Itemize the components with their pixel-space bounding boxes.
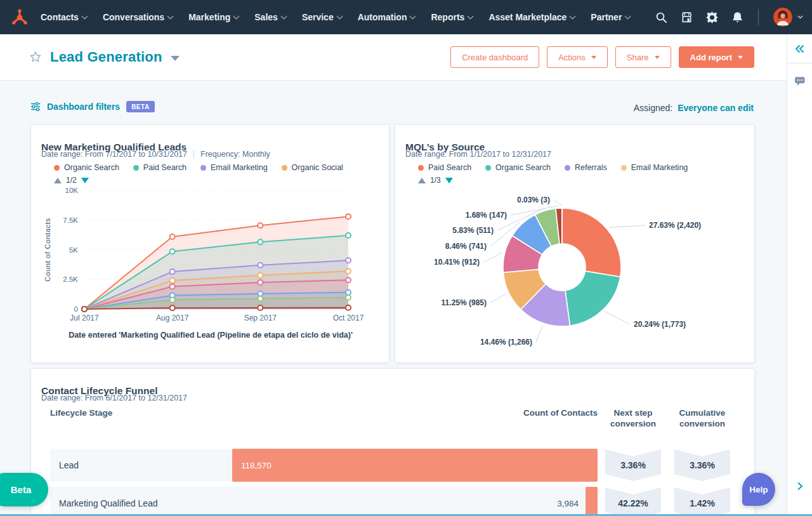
nav-item-sales[interactable]: Sales	[254, 12, 286, 22]
slice-label: 5.83% (511)	[452, 226, 494, 235]
add-report-button[interactable]: Add report	[679, 46, 754, 68]
data-point-marker[interactable]	[258, 223, 263, 228]
data-point-marker[interactable]	[258, 305, 263, 310]
filter-sliders-icon	[30, 102, 41, 112]
data-point-marker[interactable]	[170, 297, 175, 302]
donut-chart: 27.63% (2,420)20.24% (1,773)14.46% (1,26…	[405, 186, 745, 356]
data-point-marker[interactable]	[346, 258, 351, 263]
legend-item[interactable]: Email Marketing	[621, 163, 688, 172]
next-step-conversion-badge: 3.36%	[605, 449, 661, 481]
avatar	[773, 8, 792, 27]
slice-leader-line	[554, 200, 562, 206]
y-axis-title: Count of Contacts	[44, 218, 51, 282]
y-axis-tick-label: 2.5K	[63, 275, 78, 283]
funnel-bar-area: 118,570	[232, 449, 598, 482]
data-point-marker[interactable]	[170, 284, 175, 289]
comments-button[interactable]	[787, 75, 812, 87]
bell-icon	[731, 11, 743, 23]
cumulative-conversion-badge: 3.36%	[674, 449, 730, 481]
legend-item[interactable]: Organic Search	[485, 163, 551, 172]
legend-item[interactable]: Paid Search	[133, 163, 187, 172]
legend-item[interactable]: Organic Search	[54, 163, 119, 172]
y-axis-tick-label: 7.5K	[63, 216, 78, 224]
data-point-marker[interactable]	[346, 277, 351, 282]
data-point-marker[interactable]	[258, 280, 263, 285]
data-point-marker[interactable]	[82, 307, 87, 312]
nav-item-contacts[interactable]: Contacts	[41, 12, 87, 22]
legend-label: Referrals	[575, 163, 607, 172]
actions-button[interactable]: Actions	[547, 46, 608, 68]
favorite-star-icon[interactable]	[29, 51, 42, 63]
funnel-bar[interactable]: 118,570	[232, 449, 598, 482]
settings-button[interactable]	[706, 11, 718, 23]
nav-item-asset-marketplace[interactable]: Asset Marketplace	[488, 12, 575, 22]
dashboard-switcher-caret-icon[interactable]	[171, 56, 180, 61]
legend-page-up-icon[interactable]	[418, 178, 426, 183]
data-point-marker[interactable]	[258, 296, 263, 301]
chart-legend: Organic SearchPaid SearchEmail Marketing…	[54, 163, 343, 172]
legend-dot-icon	[200, 165, 206, 171]
y-axis-tick-label: 5K	[69, 246, 78, 254]
nav-item-marketing[interactable]: Marketing	[188, 12, 239, 22]
legend-item[interactable]: Email Marketing	[200, 163, 268, 172]
cumulative-conversion-badge: 1.42%	[674, 487, 730, 516]
data-point-marker[interactable]	[346, 268, 351, 274]
legend-page-down-icon[interactable]	[445, 178, 453, 183]
data-point-marker[interactable]	[346, 295, 351, 300]
data-point-marker[interactable]	[170, 234, 175, 239]
donut-slice[interactable]	[562, 208, 621, 277]
legend-page-indicator: 1/3	[430, 176, 441, 185]
search-button[interactable]	[655, 11, 667, 23]
page-title[interactable]: Lead Generation	[50, 49, 162, 65]
notifications-button[interactable]	[731, 11, 743, 23]
share-button[interactable]: Share	[615, 46, 671, 68]
data-point-marker[interactable]	[258, 273, 263, 278]
beta-badge: BETA	[126, 101, 154, 112]
data-point-marker[interactable]	[170, 305, 175, 310]
data-point-marker[interactable]	[346, 214, 351, 219]
data-point-marker[interactable]	[258, 291, 263, 296]
funnel-bar-area: 3,984	[232, 487, 598, 516]
legend-item[interactable]: Referrals	[565, 163, 607, 172]
legend-label: Organic Search	[64, 163, 119, 172]
area-line-chart: 02.5K5K7.5K10KJul 2017Aug 2017Sep 2017Oc…	[41, 182, 380, 328]
data-point-marker[interactable]	[170, 278, 175, 283]
column-header-lifecycle-stage: Lifecycle Stage	[50, 408, 112, 419]
data-point-marker[interactable]	[346, 290, 351, 295]
data-point-marker[interactable]	[258, 263, 263, 268]
data-point-marker[interactable]	[170, 269, 175, 274]
column-header-count: Count of Contacts	[471, 408, 598, 419]
nav-item-reports[interactable]: Reports	[431, 12, 473, 22]
hubspot-logo[interactable]	[9, 6, 30, 28]
frequency: Frequency: Monthly	[200, 150, 270, 159]
collapse-panel-button[interactable]	[787, 34, 812, 63]
data-point-marker[interactable]	[346, 233, 351, 238]
slice-label: 1.68% (147)	[466, 211, 507, 220]
create-dashboard-button[interactable]: Create dashboard	[450, 46, 539, 68]
account-menu[interactable]	[773, 8, 803, 27]
legend-item[interactable]: Organic Social	[282, 163, 343, 172]
nav-item-automation[interactable]: Automation	[358, 12, 416, 22]
legend-item[interactable]: Paid Search	[418, 163, 471, 172]
assigned-value-link[interactable]: Everyone can edit	[678, 103, 754, 113]
meta-divider	[193, 150, 194, 159]
nav-item-service[interactable]: Service	[302, 12, 342, 22]
nav-item-conversations[interactable]: Conversations	[103, 12, 173, 22]
nav-item-partner[interactable]: Partner	[591, 12, 630, 22]
data-point-marker[interactable]	[258, 239, 263, 244]
data-point-marker[interactable]	[170, 249, 175, 254]
donut-slice[interactable]	[565, 271, 620, 326]
funnel-count-value: 118,570	[241, 461, 272, 470]
comments-icon	[794, 76, 806, 86]
help-fab-button[interactable]: Help	[742, 473, 775, 506]
x-axis-caption: Date entered 'Marketing Qualified Lead (…	[41, 329, 380, 341]
legend-label: Email Marketing	[631, 163, 688, 172]
expand-chevron-button[interactable]	[787, 480, 812, 492]
y-axis-tick-label: 0	[74, 305, 78, 313]
data-point-marker[interactable]	[346, 305, 351, 310]
funnel-bar[interactable]	[586, 487, 598, 516]
marketplace-button[interactable]	[681, 11, 693, 23]
beta-fab-button[interactable]: Beta	[0, 473, 48, 506]
dashboard-filters[interactable]: Dashboard filters BETA	[30, 101, 155, 112]
chevron-down-icon	[797, 15, 803, 19]
